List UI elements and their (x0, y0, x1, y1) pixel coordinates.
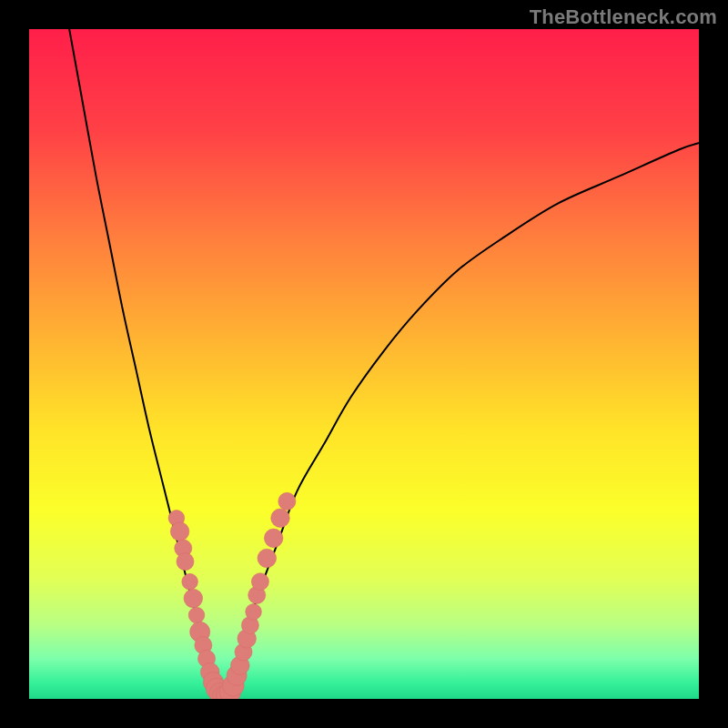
highlight-dot (184, 589, 203, 608)
highlight-dot (258, 549, 277, 568)
highlight-dot (246, 603, 262, 620)
highlight-dot (182, 573, 198, 590)
highlight-dot (188, 607, 205, 623)
chart-frame: TheBottleneck.com (0, 0, 728, 728)
highlight-dot (271, 509, 290, 528)
dots-layer (29, 29, 699, 699)
highlight-dot (264, 529, 283, 548)
highlight-dot (278, 492, 296, 510)
watermark-text: TheBottleneck.com (530, 5, 717, 29)
highlight-dot (177, 553, 194, 571)
highlight-dot (251, 573, 268, 591)
plot-area (29, 29, 699, 699)
highlight-dot (170, 522, 189, 541)
